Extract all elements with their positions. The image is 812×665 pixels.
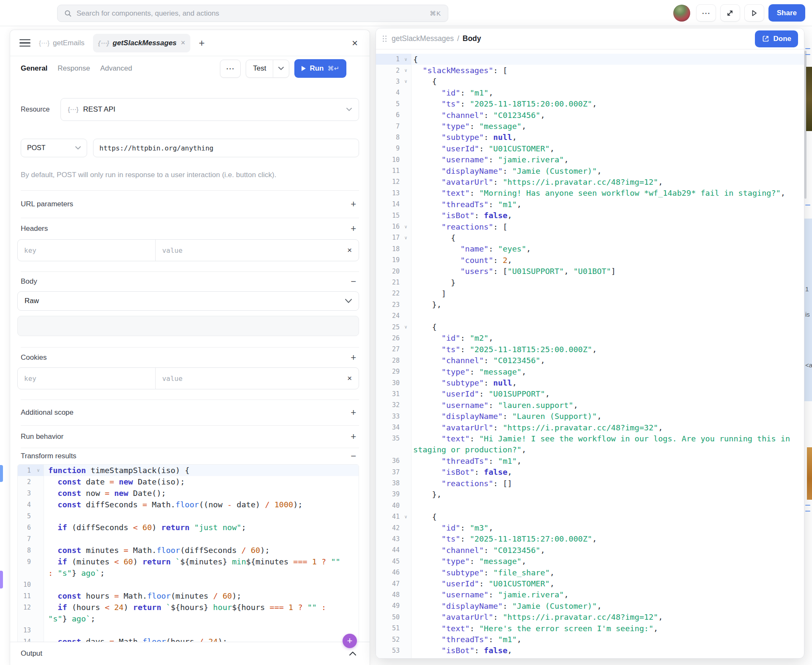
line-number: 14 bbox=[376, 199, 401, 210]
app-window: 1 is <a ⌘K ⋯ bbox=[0, 0, 812, 665]
cookie-key-input[interactable] bbox=[18, 375, 155, 383]
body-raw-input[interactable] bbox=[17, 316, 359, 336]
section-transform-results[interactable]: Transform results − bbox=[10, 448, 370, 464]
code-line: 52 "threadTs": "m1", bbox=[376, 634, 804, 645]
new-query-button[interactable]: + bbox=[199, 37, 205, 49]
gutter-spacer bbox=[401, 466, 411, 477]
test-button[interactable]: Test bbox=[246, 60, 289, 78]
plus-icon[interactable]: + bbox=[351, 352, 356, 363]
breadcrumb-query-name: getSlackMessages bbox=[392, 34, 454, 43]
gutter-spacer bbox=[401, 400, 411, 410]
json-inspector-panel: getSlackMessages / Body Done 1∨{2∨ "slac… bbox=[376, 28, 804, 659]
gutter-spacer bbox=[401, 623, 411, 634]
code-line: 6 "channel": "C0123456", bbox=[376, 109, 804, 120]
tab-general[interactable]: General bbox=[21, 64, 47, 73]
plus-icon[interactable]: + bbox=[351, 199, 356, 210]
section-run-behavior[interactable]: Run behavior + bbox=[10, 426, 370, 448]
query-tab-getslackmessages[interactable]: {⋯} getSlackMessages × bbox=[93, 34, 190, 52]
body-type-value: Raw bbox=[25, 297, 39, 305]
code-line: 19 "count": 2, bbox=[376, 255, 804, 265]
line-number: 10 bbox=[376, 154, 401, 165]
transform-code-editor[interactable]: 1∨function timeStampSlack(iso) {2 const … bbox=[17, 464, 359, 647]
header-value-input[interactable] bbox=[156, 246, 340, 255]
line-number: 42 bbox=[376, 522, 401, 533]
url-input[interactable] bbox=[93, 139, 359, 157]
body-type-select[interactable]: Raw bbox=[17, 291, 359, 311]
clear-row-icon[interactable]: × bbox=[340, 374, 359, 383]
fold-chevron-icon[interactable]: ∨ bbox=[401, 76, 411, 87]
gutter-spacer bbox=[401, 176, 411, 187]
section-body[interactable]: Body − bbox=[10, 272, 370, 291]
line-number: 49 bbox=[376, 600, 401, 611]
chevron-up-icon[interactable] bbox=[349, 651, 356, 656]
cookie-value-input[interactable] bbox=[156, 375, 340, 383]
code-line: 24 bbox=[376, 310, 804, 321]
section-additional-scope[interactable]: Additional scope + bbox=[10, 400, 370, 425]
method-select[interactable]: POST bbox=[21, 139, 87, 157]
more-options-button[interactable]: ⋯ bbox=[696, 4, 716, 22]
fold-chevron-icon[interactable]: ∨ bbox=[401, 65, 411, 76]
query-menu-button[interactable]: ⋯ bbox=[220, 60, 241, 78]
resource-select[interactable]: {⋯} REST API bbox=[60, 98, 359, 121]
resource-value: REST API bbox=[83, 105, 115, 114]
drag-handle-icon[interactable] bbox=[383, 36, 387, 42]
global-search[interactable]: ⌘K bbox=[57, 5, 448, 22]
code-line: "s"} ago`; bbox=[18, 613, 359, 624]
code-line: 48 "username": "jamie.rivera", bbox=[376, 589, 804, 600]
fold-chevron-icon[interactable]: ∨ bbox=[401, 232, 411, 243]
plus-icon[interactable]: + bbox=[351, 407, 356, 418]
tab-response[interactable]: Response bbox=[58, 64, 90, 73]
fold-chevron-icon[interactable]: ∨ bbox=[401, 511, 411, 522]
line-number: 1 bbox=[376, 54, 401, 65]
minus-icon[interactable]: − bbox=[351, 451, 356, 462]
code-line: 13 bbox=[18, 624, 359, 636]
json-body-viewer[interactable]: 1∨{2∨ "slackMessages": [3∨ {4 "id": "m1"… bbox=[376, 49, 804, 659]
user-avatar[interactable] bbox=[673, 5, 690, 22]
line-number: 11 bbox=[18, 590, 33, 602]
code-line: 4 const diffSeconds = Math.floor((now - … bbox=[18, 499, 359, 510]
fold-chevron-icon[interactable]: ∨ bbox=[33, 465, 44, 476]
share-button[interactable]: Share bbox=[768, 4, 805, 22]
close-tab-icon[interactable]: × bbox=[181, 38, 186, 47]
menu-icon[interactable] bbox=[19, 39, 30, 47]
plus-icon[interactable]: + bbox=[351, 431, 356, 442]
header-key-input[interactable] bbox=[18, 246, 155, 255]
chevron-down-icon[interactable] bbox=[273, 67, 289, 70]
fold-chevron-icon[interactable]: ∨ bbox=[401, 221, 411, 232]
gutter-spacer bbox=[401, 489, 411, 500]
assistant-badge[interactable]: + bbox=[343, 634, 357, 648]
section-headers[interactable]: Headers + bbox=[10, 218, 370, 239]
code-line: 1∨{ bbox=[376, 54, 804, 65]
ellipsis-icon: ⋯ bbox=[702, 8, 710, 18]
code-line: 39 }, bbox=[376, 489, 804, 500]
search-input[interactable] bbox=[77, 9, 425, 18]
code-line: 2 const date = new Date(iso); bbox=[18, 476, 359, 487]
close-panel-icon[interactable]: × bbox=[352, 37, 358, 49]
gutter-spacer bbox=[401, 556, 411, 567]
query-tab-getemails[interactable]: {⋯} getEmails bbox=[39, 39, 85, 47]
clear-row-icon[interactable]: × bbox=[340, 246, 359, 255]
section-cookies[interactable]: Cookies + bbox=[10, 348, 370, 367]
section-url-parameters[interactable]: URL parameters + bbox=[10, 191, 370, 218]
minus-icon[interactable]: − bbox=[351, 276, 356, 287]
gutter-spacer bbox=[401, 422, 411, 433]
gutter-spacer bbox=[33, 579, 44, 590]
tab-advanced[interactable]: Advanced bbox=[100, 64, 132, 73]
request-row: POST bbox=[21, 139, 359, 157]
code-line: 8 "subtype": null, bbox=[376, 132, 804, 143]
done-button[interactable]: Done bbox=[755, 30, 798, 47]
query-tab-label: getEmails bbox=[53, 39, 85, 47]
output-bar[interactable]: Output bbox=[10, 642, 370, 665]
gutter-spacer bbox=[401, 545, 411, 556]
line-number: 21 bbox=[376, 277, 401, 288]
preview-button[interactable] bbox=[744, 4, 764, 22]
run-button[interactable]: Run ⌘↵ bbox=[294, 59, 346, 78]
plus-icon: + bbox=[347, 635, 353, 646]
line-number: 18 bbox=[376, 244, 401, 255]
line-number: 12 bbox=[18, 602, 33, 613]
expand-button[interactable] bbox=[720, 4, 740, 22]
plus-icon[interactable]: + bbox=[351, 223, 356, 234]
fold-chevron-icon[interactable]: ∨ bbox=[401, 54, 411, 65]
test-label: Test bbox=[246, 64, 273, 73]
fold-chevron-icon[interactable]: ∨ bbox=[401, 321, 411, 332]
